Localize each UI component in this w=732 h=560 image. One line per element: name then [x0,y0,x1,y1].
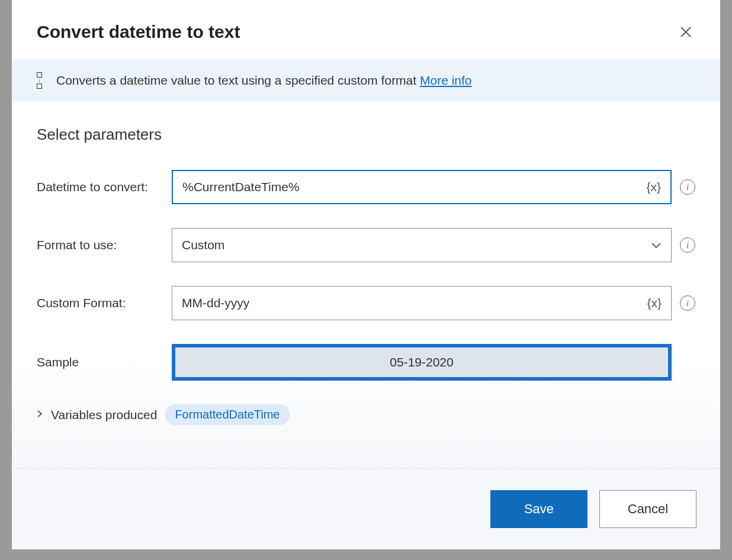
label-custom-format: Custom Format: [37,296,172,310]
variables-produced-row[interactable]: Variables produced FormattedDateTime [37,404,695,425]
sample-output: 05-19-2020 [172,344,672,381]
cancel-button[interactable]: Cancel [599,490,696,528]
dialog-body: Select parameters Datetime to convert: %… [12,102,720,468]
sample-value: 05-19-2020 [390,355,453,369]
convert-datetime-dialog: Convert datetime to text ↓ Converts a da… [12,0,720,549]
save-button[interactable]: Save [490,490,587,528]
custom-format-value: MM-dd-yyyy [182,296,249,310]
info-icon[interactable]: i [680,295,695,311]
format-select[interactable]: Custom [172,228,672,262]
datetime-input[interactable]: %CurrentDateTime% {x} [172,170,672,204]
label-datetime: Datetime to convert: [37,180,172,194]
variables-produced-label: Variables produced [51,408,157,422]
variable-output-pill[interactable]: FormattedDateTime [165,404,289,425]
dialog-description: Converts a datetime value to text using … [56,73,472,88]
info-icon[interactable]: i [680,179,695,195]
row-sample: Sample 05-19-2020 [37,344,695,381]
action-icon: ↓ [37,72,42,89]
dialog-title: Convert datetime to text [37,22,240,42]
chevron-down-icon [651,239,662,252]
info-icon[interactable]: i [680,237,695,253]
custom-format-input[interactable]: MM-dd-yyyy {x} [172,286,672,320]
row-datetime: Datetime to convert: %CurrentDateTime% {… [37,170,695,204]
format-select-value: Custom [182,238,224,252]
close-icon [680,26,692,38]
label-sample: Sample [37,355,172,369]
more-info-link[interactable]: More info [420,73,472,87]
info-bar: ↓ Converts a datetime value to text usin… [12,59,720,102]
chevron-right-icon [37,408,43,421]
close-button[interactable] [675,21,696,43]
row-custom-format: Custom Format: MM-dd-yyyy {x} i [37,286,695,320]
label-format: Format to use: [37,238,172,252]
row-format: Format to use: Custom i [37,228,695,262]
datetime-input-value: %CurrentDateTime% [182,180,300,194]
variable-picker-icon[interactable]: {x} [646,180,661,194]
section-title: Select parameters [37,125,695,144]
variable-picker-icon[interactable]: {x} [647,296,662,310]
dialog-footer: Save Cancel [12,468,720,549]
dialog-header: Convert datetime to text [12,0,720,59]
